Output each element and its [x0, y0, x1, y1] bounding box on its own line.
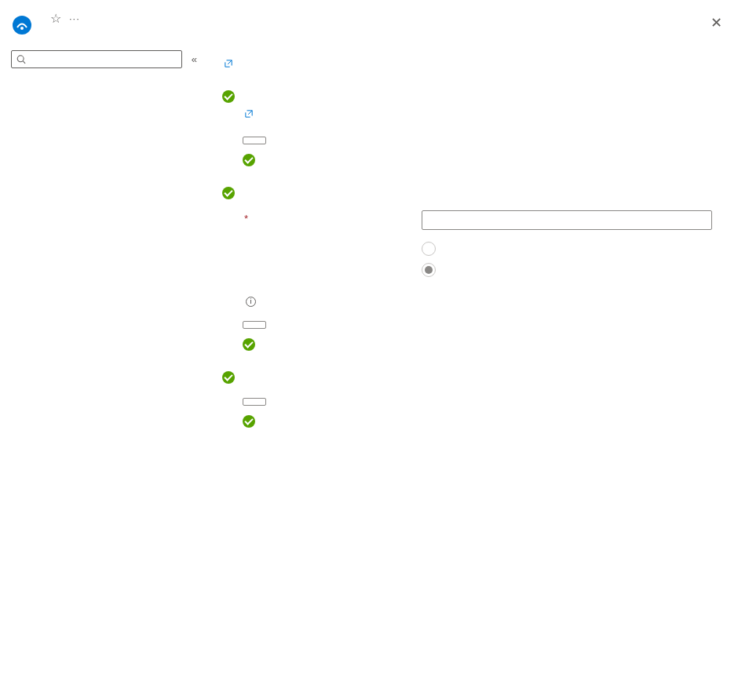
check-icon: [243, 415, 255, 428]
search-icon: [16, 54, 27, 65]
prepare-button[interactable]: [243, 321, 266, 329]
svg-point-2: [17, 55, 24, 61]
check-icon: [222, 90, 235, 103]
collapse-sidebar-icon[interactable]: «: [188, 50, 200, 68]
check-icon: [243, 338, 255, 351]
check-icon: [243, 154, 255, 166]
favorite-icon[interactable]: ☆: [50, 11, 61, 26]
svg-point-1: [20, 27, 24, 30]
svg-line-3: [23, 60, 25, 63]
name-label: *: [243, 210, 422, 224]
tier-label: [243, 241, 422, 243]
step1-desc: [243, 108, 721, 122]
search-input[interactable]: [11, 50, 182, 68]
info-icon[interactable]: i: [246, 297, 256, 307]
name-input[interactable]: [422, 210, 712, 230]
enable-button[interactable]: [243, 398, 266, 406]
tier-standard-radio[interactable]: [422, 242, 436, 256]
learn-more-link[interactable]: [222, 58, 232, 70]
validate-button[interactable]: [243, 137, 266, 144]
waf-label: i: [243, 293, 422, 307]
check-icon: [222, 371, 235, 384]
step1-learn-more-link[interactable]: [243, 108, 253, 120]
close-icon[interactable]: ✕: [707, 11, 725, 35]
frontdoor-resource-icon: [11, 14, 33, 36]
more-icon[interactable]: ···: [69, 13, 80, 24]
svg-point-0: [13, 16, 31, 35]
check-icon: [222, 187, 235, 199]
sidebar: «: [0, 42, 205, 695]
tier-premium-radio[interactable]: [422, 263, 436, 277]
main-content: *: [205, 42, 738, 695]
